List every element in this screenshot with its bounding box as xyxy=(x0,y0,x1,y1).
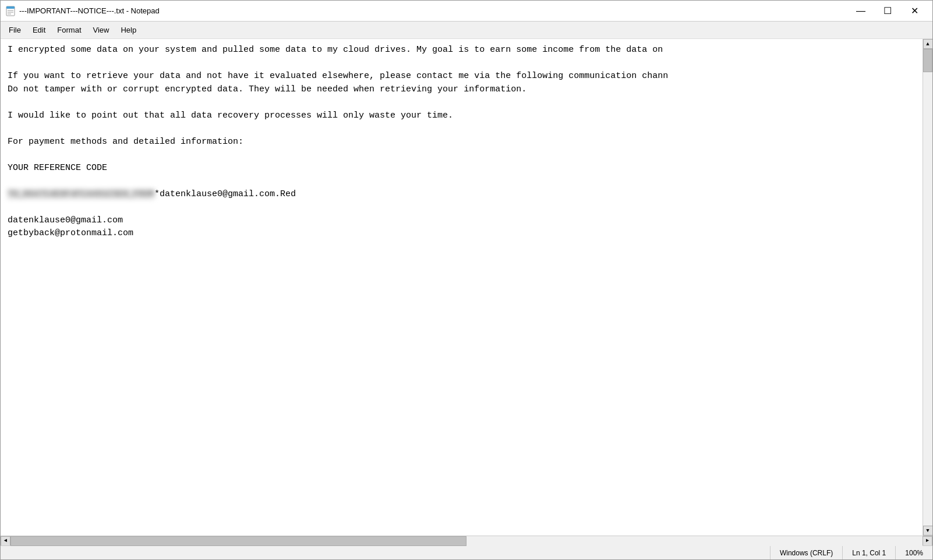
maximize-button[interactable]: ☐ xyxy=(874,1,901,22)
menu-file[interactable]: File xyxy=(3,23,27,37)
status-line-ending: Windows (CRLF) xyxy=(770,546,842,559)
menu-view[interactable]: View xyxy=(87,23,115,37)
minimize-button[interactable]: — xyxy=(847,1,874,22)
window-title: ---IMPORTANT---NOTICE---.txt - Notepad xyxy=(19,6,847,15)
scroll-right-button[interactable]: ► xyxy=(923,536,932,546)
menu-bar: File Edit Format View Help xyxy=(1,22,932,39)
scrollbar-track[interactable] xyxy=(923,49,932,526)
visible-reference: *datenklause0@gmail.com.Red xyxy=(154,189,296,199)
menu-format[interactable]: Format xyxy=(51,23,87,37)
line-ending-text: Windows (CRLF) xyxy=(780,549,833,557)
reference-line: TO_8647C4E8F4FC4491C5E0_FROM*datenklause… xyxy=(8,189,296,199)
text-editor[interactable]: I encrypted some data on your system and… xyxy=(1,39,923,536)
status-bar: Windows (CRLF) Ln 1, Col 1 100% xyxy=(1,545,932,559)
close-button[interactable]: ✕ xyxy=(901,1,928,22)
horizontal-scrollbar[interactable]: ◄ ► xyxy=(1,536,932,545)
blurred-reference: TO_8647C4E8F4FC4491C5E0_FROM xyxy=(8,189,154,199)
app-icon xyxy=(5,6,16,16)
svg-rect-1 xyxy=(6,6,15,9)
window-controls: — ☐ ✕ xyxy=(847,1,928,22)
scrollbar-thumb[interactable] xyxy=(923,49,932,72)
scroll-up-button[interactable]: ▲ xyxy=(923,39,933,49)
notepad-window: ---IMPORTANT---NOTICE---.txt - Notepad —… xyxy=(0,0,933,560)
scroll-left-button[interactable]: ◄ xyxy=(1,536,10,546)
menu-edit[interactable]: Edit xyxy=(27,23,51,37)
title-bar: ---IMPORTANT---NOTICE---.txt - Notepad —… xyxy=(1,1,932,22)
cursor-position-text: Ln 1, Col 1 xyxy=(852,549,886,557)
status-position: Ln 1, Col 1 xyxy=(842,546,895,559)
scroll-down-button[interactable]: ▼ xyxy=(923,526,933,536)
zoom-level-text: 100% xyxy=(905,549,923,557)
status-zoom: 100% xyxy=(895,546,932,559)
vertical-scrollbar[interactable]: ▲ ▼ xyxy=(923,39,932,536)
editor-area: I encrypted some data on your system and… xyxy=(1,39,932,536)
menu-help[interactable]: Help xyxy=(115,23,142,37)
hscrollbar-thumb[interactable] xyxy=(10,536,466,546)
hscrollbar-track[interactable] xyxy=(10,536,923,546)
